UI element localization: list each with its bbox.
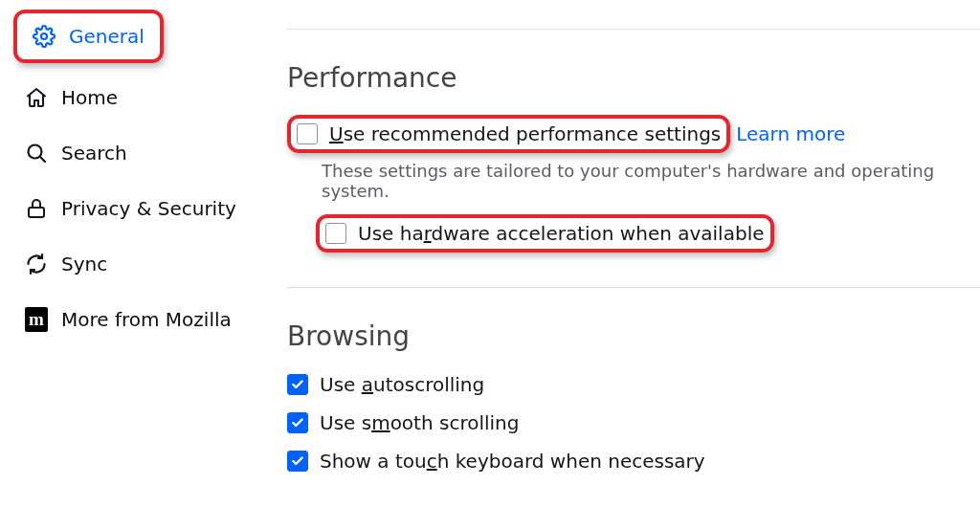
label-touch-keyboard: Show a touch keyboard when necessary xyxy=(320,450,705,473)
sidebar-item-label: More from Mozilla xyxy=(61,308,232,331)
lock-icon xyxy=(25,197,48,220)
sidebar-item-home[interactable]: Home xyxy=(13,77,274,119)
sidebar-item-label: General xyxy=(69,25,145,48)
sidebar-item-privacy[interactable]: Privacy & Security xyxy=(13,187,274,230)
highlight-general: General xyxy=(13,10,164,63)
sidebar-item-label: Privacy & Security xyxy=(61,197,236,220)
highlight-hw-accel: Use hardware acceleration when available xyxy=(316,214,774,253)
sidebar-item-sync[interactable]: Sync xyxy=(13,243,274,285)
checkbox-autoscrolling[interactable] xyxy=(287,374,308,395)
label-use-recommended: Use recommended performance settings xyxy=(329,122,721,145)
sidebar-item-search[interactable]: Search xyxy=(13,132,274,174)
checkbox-touch-keyboard[interactable] xyxy=(287,451,308,472)
sidebar-item-general[interactable]: General xyxy=(21,15,156,57)
settings-sidebar: General Home Search Privacy & Securi xyxy=(0,0,287,529)
performance-section: Performance Use recommended performance … xyxy=(287,30,980,287)
search-icon xyxy=(25,142,48,165)
mozilla-icon: m xyxy=(25,308,48,331)
sidebar-item-more-mozilla[interactable]: m More from Mozilla xyxy=(13,298,274,341)
browsing-heading: Browsing xyxy=(287,320,980,352)
label-autoscrolling: Use autoscrolling xyxy=(320,373,484,396)
label-hw-accel: Use hardware acceleration when available xyxy=(358,222,765,245)
label-smooth-scrolling: Use smooth scrolling xyxy=(320,411,519,434)
svg-line-2 xyxy=(40,157,45,162)
checkbox-hw-accel[interactable] xyxy=(325,223,346,244)
sync-icon xyxy=(25,253,48,276)
sidebar-item-label: Home xyxy=(61,86,118,109)
settings-main: Performance Use recommended performance … xyxy=(287,0,980,529)
performance-heading: Performance xyxy=(287,62,980,94)
home-icon xyxy=(25,86,48,109)
sidebar-item-label: Search xyxy=(61,142,127,165)
svg-rect-3 xyxy=(29,208,44,217)
learn-more-link[interactable]: Learn more xyxy=(736,122,845,145)
sidebar-item-label: Sync xyxy=(61,253,107,276)
performance-description: These settings are tailored to your comp… xyxy=(322,161,980,201)
checkbox-smooth-scrolling[interactable] xyxy=(287,412,308,433)
gear-icon xyxy=(33,25,56,48)
highlight-recommended: Use recommended performance settings xyxy=(287,115,730,153)
svg-point-0 xyxy=(41,33,47,39)
browsing-section: Browsing Use autoscrolling Use smooth sc… xyxy=(287,288,980,507)
checkbox-use-recommended[interactable] xyxy=(297,123,318,144)
